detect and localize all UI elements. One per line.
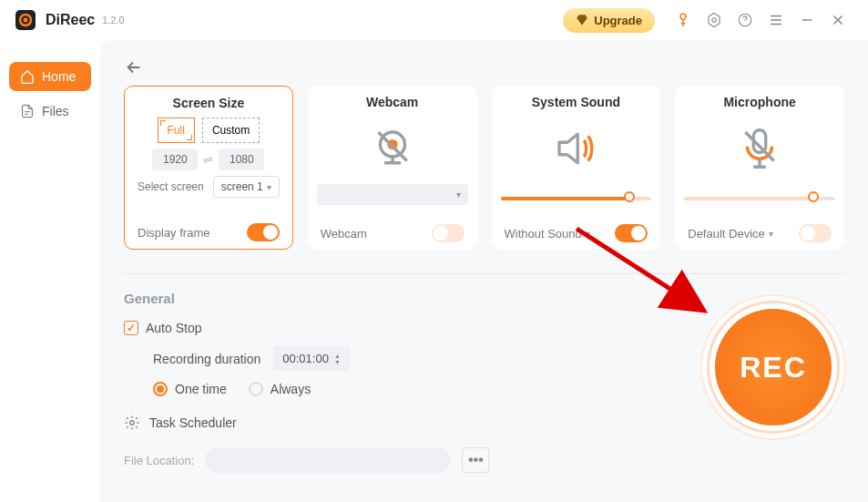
microphone-card-title: Microphone (723, 95, 795, 109)
one-time-radio[interactable]: One time (153, 382, 227, 396)
general-section-title: General (124, 291, 844, 306)
auto-stop-label: Auto Stop (146, 321, 202, 335)
webcam-card: Webcam ▾ Webcam (308, 86, 477, 250)
microphone-dropdown[interactable]: Default Device▾ (688, 227, 773, 241)
system-sound-toggle[interactable] (615, 224, 648, 242)
svg-point-5 (712, 18, 717, 23)
close-button[interactable] (830, 12, 846, 28)
system-sound-dropdown[interactable]: Without Sound▾ (505, 227, 590, 241)
help-icon[interactable] (737, 12, 753, 28)
minimize-button[interactable] (799, 12, 815, 28)
auto-stop-checkbox[interactable] (124, 321, 138, 335)
titlebar: DiReec 1.2.0 Upgrade (0, 0, 868, 40)
sidebar-item-home[interactable]: Home (9, 62, 91, 91)
duration-label: Recording duration (153, 352, 260, 366)
sidebar: Home Files (0, 40, 100, 502)
select-screen-dropdown[interactable]: screen 1▾ (213, 176, 280, 198)
select-screen-label: Select screen (138, 180, 204, 193)
system-sound-card: System Sound Without Sound▾ (492, 86, 661, 250)
screen-size-card: Screen Size Full Custom ⇌ Select screen … (124, 86, 293, 250)
svg-point-10 (130, 421, 135, 425)
webcam-card-title: Webcam (366, 95, 418, 109)
gear-icon (124, 415, 140, 431)
app-name: DiReec (46, 12, 95, 28)
file-location-label: File Location: (124, 454, 194, 467)
chevron-down-icon: ▾ (769, 229, 773, 239)
full-mode-button[interactable]: Full (158, 118, 195, 143)
duration-input[interactable]: 00:01:00 ▲▼ (273, 346, 350, 371)
width-input[interactable] (152, 149, 198, 170)
screen-card-title: Screen Size (173, 96, 245, 110)
main-panel: Screen Size Full Custom ⇌ Select screen … (100, 40, 868, 502)
file-icon (20, 104, 35, 118)
chevron-down-icon: ▾ (456, 190, 461, 200)
back-button[interactable] (124, 55, 149, 80)
microphone-off-icon (733, 122, 786, 175)
svg-point-3 (680, 14, 686, 19)
svg-marker-4 (709, 14, 720, 27)
always-radio[interactable]: Always (249, 382, 311, 396)
duration-stepper[interactable]: ▲▼ (334, 353, 341, 365)
custom-mode-button[interactable]: Custom (202, 118, 260, 143)
home-icon (20, 69, 35, 84)
webcam-off-icon (366, 122, 419, 175)
svg-point-2 (24, 18, 28, 23)
file-location-browse-button[interactable]: ••• (462, 447, 489, 473)
key-icon[interactable] (675, 12, 691, 28)
app-logo (15, 9, 36, 31)
chevron-down-icon: ▾ (267, 182, 271, 192)
diamond-icon (576, 14, 588, 26)
webcam-dropdown[interactable]: ▾ (317, 184, 468, 205)
menu-icon[interactable] (768, 12, 784, 28)
task-scheduler-item[interactable]: Task Scheduler (124, 415, 844, 431)
file-location-field[interactable] (205, 447, 451, 473)
rec-button[interactable]: REC (715, 309, 832, 425)
display-frame-label: Display frame (138, 226, 209, 240)
microphone-toggle[interactable] (799, 224, 832, 242)
microphone-slider[interactable] (684, 197, 835, 200)
microphone-card: Microphone Default Device▾ (675, 86, 844, 250)
app-version: 1.2.0 (102, 15, 124, 26)
display-frame-toggle[interactable] (247, 223, 280, 241)
webcam-footer-label: Webcam (321, 227, 367, 241)
webcam-toggle[interactable] (432, 224, 465, 242)
height-input[interactable] (219, 149, 264, 170)
system-sound-slider[interactable] (501, 197, 652, 200)
chevron-down-icon: ▾ (586, 229, 590, 239)
speaker-icon (549, 122, 602, 175)
sidebar-item-files[interactable]: Files (9, 97, 91, 126)
system-sound-card-title: System Sound (532, 95, 620, 109)
upgrade-button[interactable]: Upgrade (563, 8, 655, 33)
lock-icon: ⇌ (203, 153, 213, 167)
divider (124, 273, 844, 274)
settings-icon[interactable] (706, 12, 722, 28)
